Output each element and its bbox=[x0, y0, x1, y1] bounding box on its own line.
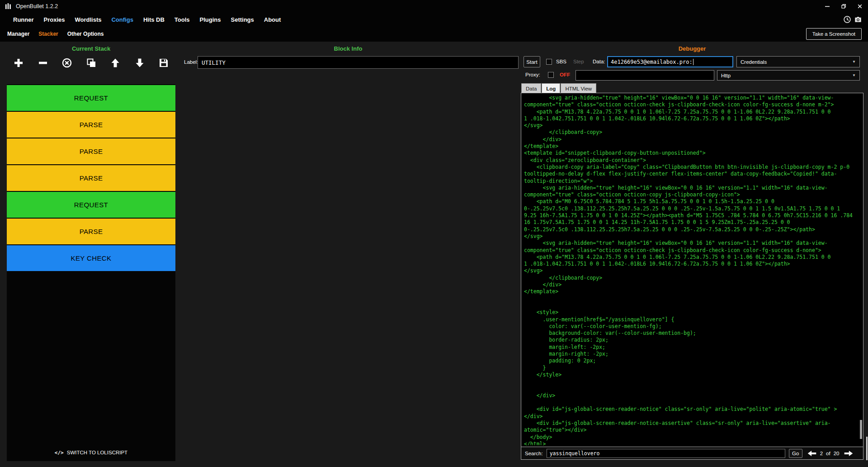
move-up-icon[interactable] bbox=[110, 57, 121, 68]
move-down-icon[interactable] bbox=[134, 57, 145, 68]
remove-icon[interactable] bbox=[38, 57, 48, 68]
window-scrollbar[interactable] bbox=[866, 437, 868, 460]
camera-icon[interactable] bbox=[854, 15, 863, 24]
switch-to-loliscript-button[interactable]: </> SWITCH TO LOLISCRIPT bbox=[7, 446, 175, 459]
debug-data-value: 4e12669e53@emailabox.pro: bbox=[611, 59, 693, 65]
maximize-button[interactable] bbox=[835, 0, 852, 13]
add-icon[interactable] bbox=[13, 57, 24, 68]
take-screenshot-button[interactable]: Take a Screenshot bbox=[806, 28, 862, 40]
stack-block-parse[interactable]: PARSE bbox=[7, 138, 175, 164]
switch-to-loliscript-label: SWITCH TO LOLISCRIPT bbox=[67, 450, 127, 455]
wordlist-type-select[interactable]: Credentials ▼ bbox=[736, 56, 860, 67]
submenu-item-other-options[interactable]: Other Options bbox=[63, 31, 108, 37]
menu-item-plugins[interactable]: Plugins bbox=[195, 16, 226, 23]
log-content: <svg aria-hidden="true" height="16" view… bbox=[524, 95, 858, 445]
submenu-item-stacker[interactable]: Stacker bbox=[34, 31, 62, 37]
menu-item-wordlists[interactable]: Wordlists bbox=[70, 16, 106, 23]
step-button[interactable]: Step bbox=[573, 59, 584, 64]
tab-html-view[interactable]: HTML View bbox=[561, 83, 596, 93]
log-panel[interactable]: <svg aria-hidden="true" height="16" view… bbox=[521, 93, 863, 447]
menu-bar: RunnerProxiesWordlistsConfigsHits DBTool… bbox=[0, 13, 868, 26]
submenu-item-manager[interactable]: Manager bbox=[3, 31, 34, 37]
stack-block-key-check[interactable]: KEY CHECK bbox=[7, 245, 175, 271]
block-label-input[interactable] bbox=[198, 56, 519, 69]
tab-data[interactable]: Data bbox=[521, 83, 541, 93]
debugger-tabs: DataLogHTML View bbox=[521, 83, 597, 93]
stack-block-parse[interactable]: PARSE bbox=[7, 112, 175, 138]
text-caret bbox=[693, 59, 693, 65]
window-controls bbox=[819, 0, 868, 13]
history-icon[interactable] bbox=[843, 15, 852, 24]
data-caption: Data: bbox=[593, 59, 605, 64]
wordlist-type-value: Credentials bbox=[741, 59, 767, 65]
proxy-type-select[interactable]: Http ▼ bbox=[717, 70, 860, 81]
clone-icon[interactable] bbox=[86, 57, 97, 68]
search-position: 2 bbox=[820, 451, 823, 456]
previous-match-icon[interactable] bbox=[807, 450, 817, 457]
stack-panel: REQUESTPARSEPARSEPARSEREQUESTPARSEKEY CH… bbox=[7, 84, 175, 461]
label-caption: Label: bbox=[184, 59, 198, 65]
proxy-status-label: OFF bbox=[560, 72, 570, 77]
menu-items: RunnerProxiesWordlistsConfigsHits DBTool… bbox=[8, 16, 286, 23]
openbullet-window: OpenBullet 1.2.2 RunnerProxiesWordlistsC… bbox=[0, 0, 868, 467]
code-icon: </> bbox=[55, 450, 64, 456]
tab-log[interactable]: Log bbox=[542, 83, 560, 93]
search-input[interactable] bbox=[547, 449, 785, 458]
menu-item-runner[interactable]: Runner bbox=[8, 16, 39, 23]
block-info-title: Block Info bbox=[175, 45, 521, 52]
proxy-input[interactable] bbox=[576, 70, 714, 81]
titlebar: OpenBullet 1.2.2 bbox=[0, 0, 868, 13]
proxy-caption: Proxy: bbox=[525, 72, 540, 77]
sbs-label: SBS bbox=[556, 59, 566, 64]
menu-item-about[interactable]: About bbox=[259, 16, 286, 23]
app-logo-icon bbox=[4, 2, 12, 10]
menu-item-hits-db[interactable]: Hits DB bbox=[138, 16, 170, 23]
menu-icons bbox=[843, 15, 863, 24]
proxy-type-value: Http bbox=[721, 73, 731, 78]
search-total: 20 bbox=[834, 451, 840, 456]
menu-item-configs[interactable]: Configs bbox=[106, 16, 138, 23]
minimize-button[interactable] bbox=[819, 0, 835, 13]
window-title: OpenBullet 1.2.2 bbox=[16, 3, 58, 10]
stack-blocks: REQUESTPARSEPARSEPARSEREQUESTPARSEKEY CH… bbox=[7, 85, 175, 272]
clear-icon[interactable] bbox=[61, 57, 72, 68]
submenu-items: ManagerStackerOther Options bbox=[3, 31, 108, 37]
debugger-title: Debugger bbox=[521, 45, 863, 52]
start-button[interactable]: Start bbox=[524, 56, 540, 67]
stack-block-parse[interactable]: PARSE bbox=[7, 219, 175, 244]
search-separator: of bbox=[826, 451, 830, 456]
chevron-down-icon: ▼ bbox=[852, 60, 856, 64]
stack-block-parse[interactable]: PARSE bbox=[7, 165, 175, 191]
sbs-checkbox[interactable] bbox=[546, 59, 552, 65]
current-stack-title: Current Stack bbox=[7, 45, 175, 52]
chevron-down-icon: ▼ bbox=[852, 73, 856, 77]
stack-block-request[interactable]: REQUEST bbox=[7, 192, 175, 218]
log-search-bar: Search: Go 2 of 20 bbox=[521, 447, 863, 460]
stack-block-request[interactable]: REQUEST bbox=[7, 85, 175, 111]
search-caption: Search: bbox=[525, 451, 543, 456]
search-go-button[interactable]: Go bbox=[789, 449, 802, 458]
close-button[interactable] bbox=[852, 0, 868, 13]
menu-item-tools[interactable]: Tools bbox=[170, 16, 195, 23]
menu-item-settings[interactable]: Settings bbox=[226, 16, 259, 23]
next-match-icon[interactable] bbox=[844, 450, 854, 457]
menu-item-proxies[interactable]: Proxies bbox=[39, 16, 70, 23]
submenu-bar: ManagerStackerOther Options Take a Scree… bbox=[0, 26, 868, 42]
debug-data-input[interactable]: 4e12669e53@emailabox.pro: bbox=[607, 56, 733, 67]
log-scrollbar-thumb[interactable] bbox=[860, 420, 862, 439]
proxy-checkbox[interactable] bbox=[548, 72, 554, 78]
stack-toolbar bbox=[7, 56, 175, 70]
save-icon[interactable] bbox=[158, 57, 169, 68]
